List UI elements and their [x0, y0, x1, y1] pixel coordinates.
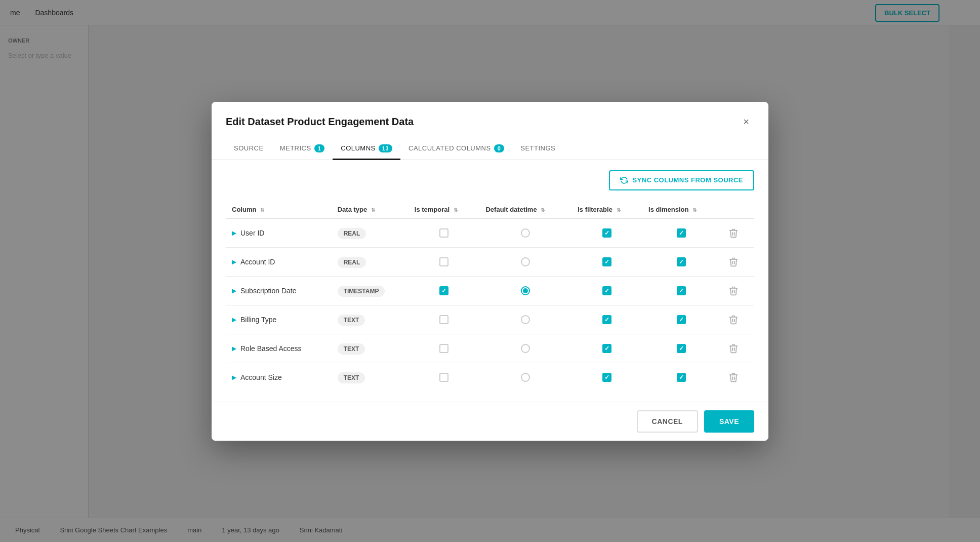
cell-delete-5[interactable] — [720, 363, 754, 392]
col-name-text-5: Account Size — [240, 373, 282, 381]
tab-metrics[interactable]: METRICS 1 — [272, 138, 333, 160]
sync-columns-button[interactable]: SYNC COLUMNS FROM SOURCE — [609, 170, 754, 190]
cell-delete-1[interactable] — [720, 247, 754, 276]
filterable-checkbox-5[interactable] — [602, 373, 611, 382]
cell-temporal-1[interactable] — [409, 247, 480, 276]
cell-datetime-5[interactable] — [479, 363, 571, 392]
expand-arrow-2[interactable]: ▶ — [232, 287, 236, 294]
expand-arrow-4[interactable]: ▶ — [232, 345, 236, 352]
temporal-checkbox-4[interactable] — [439, 344, 448, 353]
datetime-radio-5[interactable] — [521, 373, 530, 382]
cell-temporal-0[interactable] — [409, 218, 480, 247]
dimension-checkbox-5[interactable] — [677, 373, 686, 382]
delete-button-4[interactable] — [726, 341, 741, 356]
col-header-actions — [720, 201, 754, 219]
delete-button-5[interactable] — [726, 370, 741, 384]
sync-button-row: SYNC COLUMNS FROM SOURCE — [226, 170, 754, 190]
delete-button-0[interactable] — [726, 226, 741, 240]
tab-source[interactable]: SOURCE — [226, 138, 272, 160]
table-row: ▶ Role Based Access TEXT — [226, 334, 754, 363]
table-row: ▶ Subscription Date TIMESTAMP — [226, 276, 754, 305]
cell-dimension-1[interactable] — [642, 247, 720, 276]
cell-col-name-5: ▶ Account Size — [226, 363, 332, 392]
cell-dimension-5[interactable] — [642, 363, 720, 392]
delete-button-2[interactable] — [726, 284, 741, 298]
type-badge-5: TEXT — [338, 372, 365, 383]
dimension-checkbox-0[interactable] — [677, 228, 686, 238]
filterable-checkbox-3[interactable] — [602, 315, 611, 324]
trash-icon-5 — [728, 372, 739, 382]
temporal-checkbox-2[interactable] — [439, 286, 448, 295]
tab-calculated-columns[interactable]: CALCULATED COLUMNS 0 — [400, 138, 512, 160]
col-header-filterable: Is filterable ⇅ — [571, 201, 642, 219]
table-row: ▶ Account Size TEXT — [226, 363, 754, 392]
cell-col-name-1: ▶ Account ID — [226, 247, 332, 276]
cell-datetime-3[interactable] — [479, 305, 571, 334]
delete-button-1[interactable] — [726, 255, 741, 269]
col-header-dimension: Is dimension ⇅ — [642, 201, 720, 219]
cell-filterable-4[interactable] — [571, 334, 642, 363]
cell-dimension-2[interactable] — [642, 276, 720, 305]
cell-type-2: TIMESTAMP — [332, 276, 409, 305]
datetime-radio-4[interactable] — [521, 344, 530, 353]
cell-dimension-3[interactable] — [642, 305, 720, 334]
close-button[interactable]: × — [738, 114, 754, 130]
expand-arrow-0[interactable]: ▶ — [232, 229, 236, 237]
cell-datetime-1[interactable] — [479, 247, 571, 276]
temporal-checkbox-5[interactable] — [439, 373, 448, 382]
cell-dimension-0[interactable] — [642, 218, 720, 247]
modal-footer: CANCEL SAVE — [212, 402, 768, 441]
datetime-radio-2[interactable] — [521, 286, 530, 295]
type-badge-1: REAL — [338, 257, 366, 268]
cell-delete-2[interactable] — [720, 276, 754, 305]
filterable-checkbox-4[interactable] — [602, 344, 611, 353]
cell-filterable-5[interactable] — [571, 363, 642, 392]
cell-temporal-3[interactable] — [409, 305, 480, 334]
dimension-checkbox-2[interactable] — [677, 286, 686, 295]
cell-filterable-3[interactable] — [571, 305, 642, 334]
temporal-checkbox-1[interactable] — [439, 257, 448, 266]
expand-arrow-3[interactable]: ▶ — [232, 316, 236, 323]
cell-temporal-4[interactable] — [409, 334, 480, 363]
delete-button-3[interactable] — [726, 313, 741, 327]
save-button[interactable]: SAVE — [704, 410, 754, 433]
cell-filterable-0[interactable] — [571, 218, 642, 247]
expand-arrow-1[interactable]: ▶ — [232, 258, 236, 265]
filterable-checkbox-1[interactable] — [602, 257, 611, 266]
datetime-radio-1[interactable] — [521, 257, 530, 266]
tab-metrics-badge: 1 — [314, 144, 325, 152]
col-name-text-3: Billing Type — [240, 316, 276, 324]
cell-type-1: REAL — [332, 247, 409, 276]
cell-temporal-5[interactable] — [409, 363, 480, 392]
tab-columns[interactable]: COLUMNS 13 — [333, 138, 400, 160]
tab-columns-badge: 13 — [379, 144, 392, 152]
modal-header: Edit Dataset Product Engagement Data × — [212, 102, 768, 130]
tab-settings-label: SETTINGS — [520, 144, 555, 152]
tab-settings[interactable]: SETTINGS — [512, 138, 563, 160]
cell-temporal-2[interactable] — [409, 276, 480, 305]
datetime-radio-3[interactable] — [521, 315, 530, 324]
cell-delete-4[interactable] — [720, 334, 754, 363]
type-badge-3: TEXT — [338, 315, 365, 326]
filterable-checkbox-2[interactable] — [602, 286, 611, 295]
cell-datetime-0[interactable] — [479, 218, 571, 247]
table-row: ▶ User ID REAL — [226, 218, 754, 247]
cell-type-4: TEXT — [332, 334, 409, 363]
cell-delete-0[interactable] — [720, 218, 754, 247]
cell-datetime-4[interactable] — [479, 334, 571, 363]
cell-filterable-1[interactable] — [571, 247, 642, 276]
filterable-checkbox-0[interactable] — [602, 228, 611, 238]
temporal-checkbox-3[interactable] — [439, 315, 448, 324]
dimension-checkbox-4[interactable] — [677, 344, 686, 353]
dimension-checkbox-1[interactable] — [677, 257, 686, 266]
dimension-checkbox-3[interactable] — [677, 315, 686, 324]
cell-filterable-2[interactable] — [571, 276, 642, 305]
datetime-radio-0[interactable] — [521, 228, 530, 238]
temporal-checkbox-0[interactable] — [439, 228, 448, 238]
cancel-button[interactable]: CANCEL — [637, 410, 698, 433]
cell-delete-3[interactable] — [720, 305, 754, 334]
table-row: ▶ Billing Type TEXT — [226, 305, 754, 334]
cell-dimension-4[interactable] — [642, 334, 720, 363]
cell-datetime-2[interactable] — [479, 276, 571, 305]
expand-arrow-5[interactable]: ▶ — [232, 374, 236, 381]
